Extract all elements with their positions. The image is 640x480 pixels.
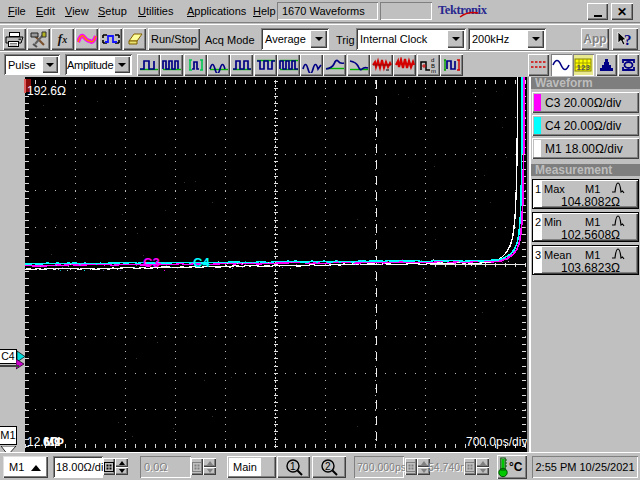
svg-text:C4: C4 (193, 255, 210, 270)
svg-text:192.6Ω: 192.6Ω (27, 84, 66, 98)
svg-text:12.: 12. (27, 435, 44, 449)
svg-text:2: 2 (325, 461, 331, 472)
svg-text:700.0ps/div: 700.0ps/div (466, 435, 527, 449)
svg-text:1: 1 (290, 461, 296, 472)
svg-text:MΦ: MΦ (44, 435, 64, 449)
svg-text:C3: C3 (143, 255, 160, 270)
